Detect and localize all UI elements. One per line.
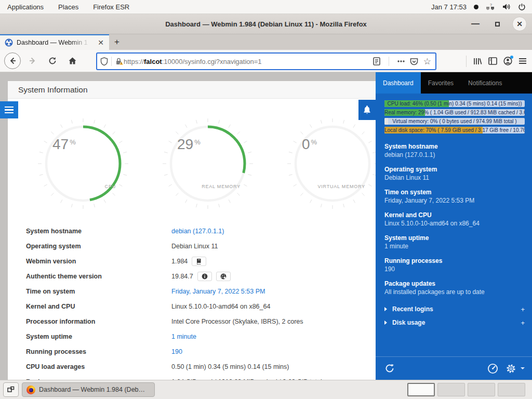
bookmark-star-icon[interactable]: ☆ [423, 57, 431, 66]
webmin-sidebar: Dashboard Favorites Notifications CPU lo… [376, 72, 532, 380]
row-label: System uptime [8, 333, 171, 340]
power-icon[interactable] [518, 3, 526, 11]
table-row: Authentic theme version19.84.7 [8, 269, 376, 284]
sidebar-info-list: System hostnamedebian (127.0.1.1)Operati… [376, 136, 532, 296]
clock[interactable]: Jan 7 17:53 [431, 3, 467, 11]
forward-button[interactable] [25, 53, 41, 69]
resource-bar: Virtual memory: 0% ( 0 bytes used / 974.… [384, 118, 525, 125]
row-label: Operating system [8, 243, 171, 250]
table-row: Running processes190 [8, 344, 376, 359]
row-value[interactable]: 190 [171, 348, 182, 355]
tab-close-icon[interactable]: ✕ [96, 38, 106, 47]
resource-bar-label: Real memory: 29% ( 1.04 GiB used / 912.8… [384, 109, 525, 116]
pocket-icon[interactable] [410, 58, 418, 65]
gear-icon[interactable] [506, 363, 516, 374]
table-row: Real memory1.04 GiB used / 1012.83 MiB c… [8, 374, 376, 380]
sidebar-info-label: Running processes [384, 257, 525, 265]
sidebar-info-value: debian (127.0.1.1) [384, 151, 525, 159]
row-label: Running processes [8, 348, 171, 355]
caret-down-icon[interactable] [521, 367, 525, 369]
refresh-icon[interactable] [384, 363, 395, 374]
palette-button[interactable] [216, 272, 231, 281]
table-row: System uptime1 minute [8, 329, 376, 344]
applications-menu[interactable]: Applications [0, 0, 51, 14]
maximize-button[interactable] [490, 17, 504, 31]
sidebar-info-label: Package updates [384, 280, 525, 288]
firefox-esr-menu[interactable]: Firefox ESR [86, 0, 137, 14]
table-row: Webmin version1.984 [8, 254, 376, 269]
gauge-value: 29% [177, 136, 201, 153]
row-label: Authentic theme version [8, 273, 171, 280]
close-window-button[interactable]: ✕ [512, 17, 527, 31]
collapsible-recent-logins[interactable]: Recent logins+ [376, 302, 532, 316]
info-button[interactable] [197, 272, 212, 281]
page-actions-icon[interactable] [397, 60, 405, 62]
expand-plus-icon[interactable]: + [521, 305, 525, 313]
sidebars-icon[interactable] [488, 57, 497, 65]
workspace-4[interactable] [498, 383, 525, 396]
gauge-cpu: 47%CPU [37, 117, 129, 210]
library-icon[interactable] [473, 57, 482, 65]
show-desktop-button[interactable] [3, 382, 19, 397]
sidebar-info-block: Time on systemFriday, January 7, 2022 5:… [384, 188, 525, 205]
reader-view-icon[interactable] [373, 57, 380, 65]
tab-dashboard-sidebar[interactable]: Dashboard [376, 72, 421, 94]
url-text[interactable]: https://falcot:10000/sysinfo.cgi?xnaviga… [124, 58, 373, 65]
resource-bar: Local disk space: 70% ( 7.59 GiB used / … [384, 127, 525, 134]
window-titlebar[interactable]: Dashboard — Webmin 1.984 (Debian Linux 1… [0, 14, 532, 34]
back-button[interactable] [4, 52, 21, 69]
tab-strip: Dashboard — Webmin 1 ✕ + [0, 34, 532, 50]
speedometer-icon[interactable] [487, 363, 498, 374]
row-value: Intel Core Processor (Skylake, IBRS), 2 … [171, 318, 303, 325]
book-button[interactable] [192, 257, 206, 266]
taskbar-window-label: Dashboard — Webmin 1.984 (Deb… [39, 386, 145, 393]
places-menu[interactable]: Places [51, 0, 86, 14]
sidebar-info-value: All installed packages are up to date [384, 288, 525, 296]
tracking-shield-icon[interactable] [100, 57, 108, 66]
table-row: Kernel and CPULinux 5.10.0-10-amd64 on x… [8, 299, 376, 314]
network-icon[interactable]: ? [486, 3, 495, 10]
expand-arrow-icon [384, 321, 387, 325]
workspace-1[interactable] [407, 383, 435, 396]
sidebar-info-value: 1 minute [384, 242, 525, 250]
row-value[interactable]: 1 minute [171, 333, 196, 340]
sidebar-info-label: System hostname [384, 142, 525, 151]
row-value[interactable]: debian (127.0.1.1) [171, 228, 224, 235]
sidebar-info-value: Debian Linux 11 [384, 174, 525, 182]
workspace-3[interactable] [468, 383, 495, 396]
collapsible-disk-usage[interactable]: Disk usage+ [376, 316, 532, 329]
reload-button[interactable] [45, 53, 60, 69]
home-button[interactable] [64, 53, 80, 69]
account-badge [510, 56, 513, 59]
tab-notifications[interactable]: Notifications [461, 72, 509, 94]
lock-warning-icon[interactable]: ! [115, 57, 124, 66]
tab-dashboard[interactable]: Dashboard — Webmin 1 ✕ [0, 34, 109, 50]
minimize-button[interactable]: — [469, 17, 482, 31]
taskbar-window-button[interactable]: Dashboard — Webmin 1.984 (Deb… [22, 382, 155, 397]
page-content: System Information 47%CPU29%REAL MEMORY0… [0, 72, 376, 380]
svg-text:?: ? [490, 3, 492, 7]
volume-icon[interactable] [502, 3, 511, 10]
notifications-bell-button[interactable] [358, 100, 376, 120]
menu-icon[interactable] [518, 58, 527, 64]
row-value[interactable]: Friday, January 7, 2022 5:53 PM [171, 288, 265, 295]
new-tab-button[interactable]: + [109, 34, 125, 50]
gauge-label: REAL MEMORY [202, 184, 241, 189]
workspace-2[interactable] [437, 383, 465, 396]
row-value: Debian Linux 11 [171, 243, 218, 250]
table-row: CPU load averages0.50 (1 min) 0.34 (5 mi… [8, 359, 376, 374]
expand-plus-icon[interactable]: + [521, 319, 525, 327]
sidebar-toggle-button[interactable] [0, 101, 18, 118]
page-title: System Information [18, 85, 88, 95]
gnome-top-bar: Applications Places Firefox ESR Jan 7 17… [0, 0, 532, 14]
firefox-icon [26, 385, 35, 394]
url-bar[interactable]: ! https://falcot:10000/sysinfo.cgi?xnavi… [96, 52, 436, 70]
account-icon[interactable] [503, 57, 512, 65]
table-row: System hostnamedebian (127.0.1.1) [8, 223, 376, 238]
expand-arrow-icon [384, 307, 387, 311]
tab-favorites[interactable]: Favorites [421, 72, 461, 94]
row-label: Time on system [8, 288, 171, 295]
sidebar-info-label: Time on system [384, 188, 525, 196]
gauge-real-memory: 29%REAL MEMORY [162, 117, 254, 210]
sidebar-collapsibles: Recent logins+Disk usage+ [376, 302, 532, 329]
